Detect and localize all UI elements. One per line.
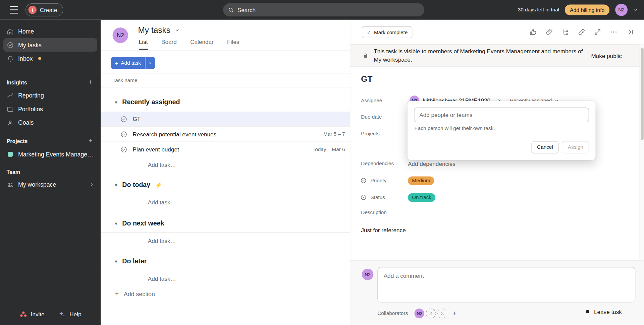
- header-divider: [101, 50, 350, 50]
- section-do-today[interactable]: ▾ Do today ⚡: [101, 177, 350, 193]
- privacy-notice-text: This task is visible to members of Marke…: [374, 48, 584, 64]
- status-label: Status: [370, 194, 385, 200]
- empty-collaborator-slot[interactable]: [438, 309, 447, 318]
- sidebar-item-inbox[interactable]: Inbox: [0, 52, 101, 65]
- description-text[interactable]: Just for reference: [361, 227, 406, 234]
- task-title[interactable]: GT: [361, 74, 372, 84]
- check-icon: ✓: [367, 29, 371, 35]
- cancel-button[interactable]: Cancel: [531, 141, 559, 153]
- invite-label: Invite: [31, 311, 45, 318]
- attachment-icon[interactable]: [545, 28, 553, 36]
- task-row[interactable]: GT: [101, 112, 350, 127]
- add-section-button[interactable]: + Add section: [115, 290, 155, 298]
- task-name[interactable]: GT: [133, 116, 141, 122]
- leave-task-label: Leave task: [594, 309, 622, 315]
- close-panel-icon[interactable]: [626, 28, 634, 36]
- status-value-pill[interactable]: On track: [408, 193, 435, 202]
- add-task-button[interactable]: + Add task: [111, 57, 145, 69]
- add-billing-info-button[interactable]: Add billing info: [565, 4, 609, 15]
- make-public-button[interactable]: Make public: [591, 52, 622, 59]
- invite-button[interactable]: Invite: [19, 310, 44, 318]
- sidebar-item-reporting[interactable]: Reporting: [0, 88, 101, 102]
- group-title: Team: [7, 169, 20, 175]
- comment-input[interactable]: [377, 267, 635, 302]
- tab-list[interactable]: List: [139, 39, 148, 50]
- mark-complete-button[interactable]: ✓ Mark complete: [362, 26, 413, 38]
- triangle-down-icon[interactable]: ▾: [115, 182, 117, 188]
- complete-task-icon[interactable]: [120, 146, 127, 153]
- search-input[interactable]: [237, 7, 419, 13]
- task-row[interactable]: Research potential event venues Mar 5 – …: [101, 127, 350, 142]
- page-title-chevron[interactable]: [174, 27, 180, 33]
- add-task-inline[interactable]: Add task…: [101, 233, 350, 249]
- user-avatar[interactable]: N2: [615, 4, 628, 16]
- assign-button[interactable]: Assign: [562, 141, 589, 153]
- tab-board[interactable]: Board: [161, 39, 177, 50]
- sidebar-item-label: My tasks: [18, 42, 42, 48]
- sidebar-item-goals[interactable]: Goals: [0, 116, 101, 129]
- fullscreen-icon[interactable]: [593, 28, 601, 36]
- comment-avatar: N2: [362, 269, 373, 280]
- description-label: Description: [350, 210, 408, 215]
- add-collaborator-button[interactable]: +: [452, 309, 457, 317]
- sidebar-toggle-button[interactable]: [10, 6, 18, 13]
- add-people-input[interactable]: [414, 108, 589, 122]
- section-do-next-week[interactable]: ▾ Do next week: [101, 216, 350, 232]
- add-project-button[interactable]: +: [89, 137, 92, 145]
- sidebar-group-insights[interactable]: Insights +: [0, 76, 101, 89]
- create-button[interactable]: + Create: [25, 3, 63, 16]
- sidebar-item-label: Marketing Events Manage…: [18, 151, 93, 157]
- search-bar[interactable]: [223, 3, 424, 16]
- detail-scrollbar[interactable]: [640, 44, 644, 260]
- sidebar-item-my-workspace[interactable]: My workspace: [0, 178, 101, 191]
- triangle-down-icon[interactable]: ▾: [115, 100, 117, 105]
- section-recently-assigned[interactable]: ▾ Recently assigned: [101, 93, 350, 112]
- people-icon: [7, 181, 14, 188]
- sparkle-help-icon: [58, 310, 66, 318]
- add-task-split-button: + Add task: [111, 57, 155, 69]
- priority-value-pill[interactable]: Medium: [408, 176, 434, 185]
- add-dependencies-button[interactable]: Add dependencies: [408, 160, 455, 167]
- leave-task-button[interactable]: Leave task: [585, 309, 622, 315]
- add-insight-button[interactable]: +: [89, 79, 92, 86]
- sidebar-group-projects[interactable]: Projects +: [0, 135, 101, 147]
- task-date: Today – Mar 6: [313, 146, 345, 152]
- collaborator-avatar[interactable]: N2: [415, 309, 424, 318]
- help-button[interactable]: Help: [58, 310, 82, 318]
- add-task-inline[interactable]: Add task…: [101, 157, 350, 173]
- sidebar-item-portfolios[interactable]: Portfolios: [0, 102, 101, 116]
- chevron-right-icon: [89, 182, 94, 187]
- tab-calendar[interactable]: Calendar: [190, 39, 214, 50]
- task-row[interactable]: Plan event budget Today – Mar 6: [101, 142, 350, 157]
- empty-collaborator-slot[interactable]: [426, 309, 436, 318]
- complete-task-icon[interactable]: [120, 116, 127, 123]
- assign-helper-text: Each person will get their own task.: [415, 126, 495, 131]
- copy-link-icon[interactable]: [578, 28, 586, 36]
- complete-task-icon[interactable]: [120, 131, 127, 138]
- tab-files[interactable]: Files: [227, 39, 239, 50]
- my-tasks-avatar: N2: [113, 27, 128, 43]
- sidebar-item-marketing-events[interactable]: Marketing Events Manage…: [0, 147, 101, 161]
- sidebar-item-my-tasks[interactable]: My tasks: [3, 38, 97, 52]
- sidebar-item-home[interactable]: Home: [0, 24, 101, 38]
- add-task-inline[interactable]: Add task…: [101, 271, 350, 286]
- account-menu-chevron[interactable]: [633, 7, 638, 12]
- add-task-inline[interactable]: Add task…: [101, 194, 350, 210]
- section-do-later[interactable]: ▾ Do later: [101, 254, 350, 269]
- create-button-label: Create: [40, 7, 57, 13]
- circle-chevron-icon: [360, 177, 367, 184]
- task-name[interactable]: Plan event budget: [133, 146, 179, 153]
- add-task-dropdown-button[interactable]: [145, 57, 155, 69]
- lightning-icon: ⚡: [155, 182, 162, 188]
- subtasks-icon[interactable]: [561, 28, 570, 36]
- triangle-down-icon[interactable]: ▾: [115, 259, 117, 264]
- triangle-down-icon[interactable]: ▾: [115, 221, 117, 226]
- task-name[interactable]: Research potential event venues: [133, 131, 217, 138]
- topbar: + Create 30 days left in trial Add billi…: [0, 0, 644, 20]
- add-task-label: Add task: [121, 60, 141, 66]
- more-options-icon[interactable]: [609, 28, 618, 36]
- scrollbar-thumb[interactable]: [641, 48, 644, 140]
- group-title: Insights: [7, 79, 27, 85]
- like-icon[interactable]: [529, 28, 537, 36]
- check-circle-icon: [7, 41, 14, 49]
